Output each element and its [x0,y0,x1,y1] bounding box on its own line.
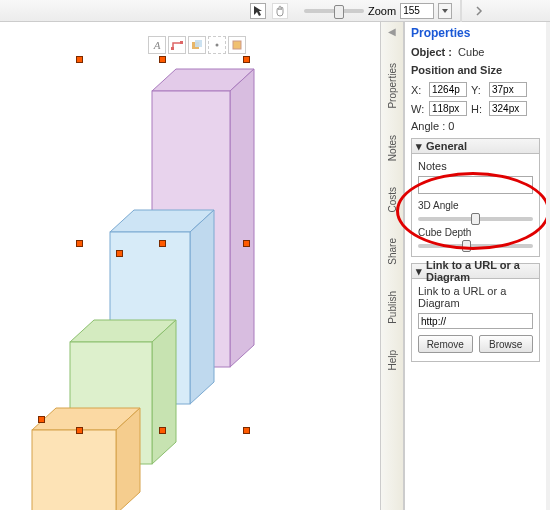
depth-label: Cube Depth [418,227,533,238]
top-toolbar: Zoom [0,0,550,22]
h-field[interactable] [489,101,527,116]
link-label: Link to a URL or a Diagram [418,285,506,309]
object-name: Cube [458,46,484,58]
tab-properties[interactable]: Properties [387,63,398,109]
angle3d-label: 3D Angle [418,200,533,211]
resize-handle[interactable] [243,240,250,247]
resize-handle[interactable] [159,240,166,247]
depth-slider[interactable] [418,244,533,248]
zoom-slider[interactable] [304,9,364,13]
link-accordion-header[interactable]: ▾ Link to a URL or a Diagram [411,263,540,279]
h-label: H: [471,103,485,115]
zoom-label: Zoom [368,5,396,17]
tab-help[interactable]: Help [387,350,398,371]
tab-notes[interactable]: Notes [387,135,398,161]
link-accordion-body: Link to a URL or a Diagram Remove Browse [411,279,540,362]
link-url-input[interactable] [418,313,533,329]
toolbar-divider [460,0,462,22]
x-label: X: [411,84,425,96]
w-label: W: [411,103,425,115]
canvas[interactable]: A [0,22,380,510]
svg-rect-17 [32,430,116,510]
zoom-input[interactable] [400,3,434,19]
chevron-down-icon: ▾ [416,140,422,153]
resize-handle[interactable] [116,250,123,257]
pointer-tool[interactable] [250,3,266,19]
x-field[interactable] [429,82,467,97]
scrollbar[interactable] [546,22,550,510]
general-accordion-body: Notes 3D Angle Cube Depth [411,154,540,257]
browse-button[interactable]: Browse [479,335,534,353]
y-label: Y: [471,84,485,96]
resize-handle[interactable] [76,427,83,434]
resize-handle[interactable] [243,427,250,434]
tab-share[interactable]: Share [387,238,398,265]
zoom-dropdown[interactable] [438,3,452,19]
toolbar-expand-icon[interactable] [470,0,488,22]
collapse-panel-icon[interactable]: ◀ [388,26,396,37]
hand-tool[interactable] [272,3,288,19]
chevron-down-icon: ▾ [416,265,422,278]
resize-handle[interactable] [38,416,45,423]
object-line: Object : Cube [411,46,540,58]
resize-handle[interactable] [76,240,83,247]
y-field[interactable] [489,82,527,97]
properties-panel: Properties Object : Cube Position and Si… [404,22,546,510]
resize-handle[interactable] [243,56,250,63]
resize-handle[interactable] [76,56,83,63]
resize-handle[interactable] [159,56,166,63]
remove-button[interactable]: Remove [418,335,473,353]
tab-publish[interactable]: Publish [387,291,398,324]
notes-input[interactable] [418,176,533,194]
angle-line: Angle : 0 [411,120,540,132]
selection-box [80,60,246,430]
zoom-control: Zoom [304,3,452,19]
general-accordion-header[interactable]: ▾ General [411,138,540,154]
panel-title: Properties [411,26,540,40]
resize-handle[interactable] [159,427,166,434]
w-field[interactable] [429,101,467,116]
position-size-heading: Position and Size [411,64,540,76]
notes-label: Notes [418,160,447,172]
angle3d-slider[interactable] [418,217,533,221]
side-tab-strip: ◀ Properties Notes Costs Share Publish H… [380,22,404,510]
tab-costs[interactable]: Costs [387,187,398,213]
